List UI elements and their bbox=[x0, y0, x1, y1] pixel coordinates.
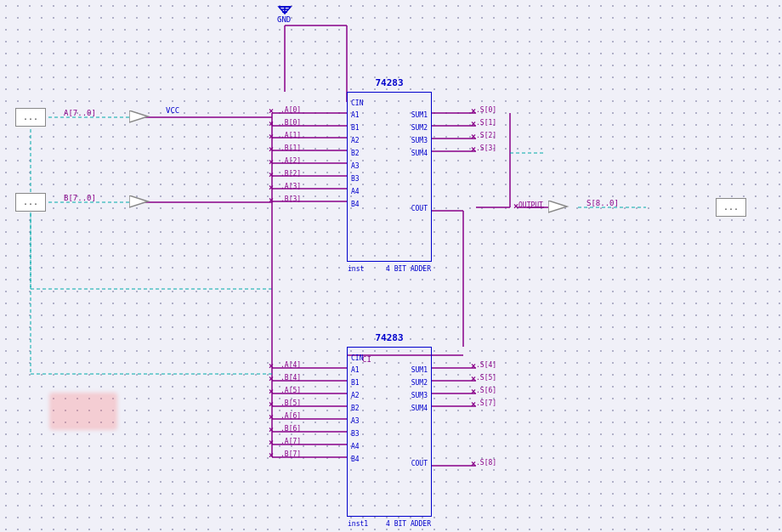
a-bus-label: A[7..0] bbox=[64, 109, 96, 117]
sig-a1: .A[1] bbox=[280, 132, 301, 139]
svg-marker-54 bbox=[129, 195, 148, 207]
chip2-b3: B3 bbox=[351, 430, 360, 438]
sig-b2: .B[2] bbox=[280, 170, 301, 178]
x-a6-left: × bbox=[269, 412, 274, 422]
vcc-label: VCC bbox=[166, 106, 179, 115]
sig-a7: .A[7] bbox=[280, 438, 301, 445]
sig-a6: .A[6] bbox=[280, 412, 301, 420]
chip2-b1: B1 bbox=[351, 379, 360, 387]
sig-s2: .S[2] bbox=[476, 132, 496, 139]
chip1-sublabel: 4 BIT ADDER bbox=[386, 265, 431, 273]
chip1-b2: B2 bbox=[351, 150, 360, 157]
chip1-a2: A2 bbox=[351, 137, 360, 144]
sig-a2: .A[2] bbox=[280, 157, 301, 165]
x-s7-right: × bbox=[471, 399, 476, 409]
chip2-sum1: SUM1 bbox=[411, 366, 428, 374]
sig-b4: .B[4] bbox=[280, 374, 301, 382]
chip1-cout: COUT bbox=[411, 205, 428, 212]
sig-s0: .S[0] bbox=[476, 106, 496, 114]
chip1-a1: A1 bbox=[351, 111, 360, 119]
b-ellipsis-box: ... bbox=[15, 193, 46, 212]
sig-s6: .S[6] bbox=[476, 387, 496, 394]
chip2-a1: A1 bbox=[351, 366, 360, 374]
svg-marker-55 bbox=[548, 201, 567, 212]
sig-s1: .S[1] bbox=[476, 119, 496, 127]
chip2-title: 74283 bbox=[348, 332, 431, 343]
chip2-a2: A2 bbox=[351, 392, 360, 399]
x-b5-left: × bbox=[269, 399, 274, 409]
x-a1-left: × bbox=[269, 132, 274, 141]
b-input-buffer bbox=[129, 195, 153, 209]
x-b4-left: × bbox=[269, 374, 274, 383]
chip2-sum4: SUM4 bbox=[411, 405, 428, 412]
x-s5-right: × bbox=[471, 374, 476, 383]
sig-b5: .B[5] bbox=[280, 399, 301, 407]
x-b7-left: × bbox=[269, 450, 274, 460]
sig-b0: .B[0] bbox=[280, 119, 301, 127]
a-input-buffer bbox=[129, 110, 153, 124]
s-ellipsis-box: ... bbox=[716, 198, 746, 217]
x-a7-left: × bbox=[269, 438, 274, 447]
sig-a3: .A[3] bbox=[280, 183, 301, 190]
selection-artifact bbox=[49, 393, 117, 430]
sig-b6: .B[6] bbox=[280, 425, 301, 433]
chip1-a3: A3 bbox=[351, 162, 360, 170]
chip1-cin: CIN bbox=[351, 99, 363, 107]
chip1-a4: A4 bbox=[351, 188, 360, 195]
x-s4-right: × bbox=[471, 361, 476, 371]
a-ellipsis-box: ... bbox=[15, 108, 46, 127]
sig-s5: .S[5] bbox=[476, 374, 496, 382]
x-b2-left: × bbox=[269, 170, 274, 179]
x-output: × bbox=[513, 201, 518, 211]
x-a5-left: × bbox=[269, 387, 274, 396]
x-s2-right: × bbox=[471, 132, 476, 141]
sig-b1: .B[1] bbox=[280, 144, 301, 152]
sig-s7: .S[7] bbox=[476, 399, 496, 407]
svg-marker-53 bbox=[129, 110, 148, 122]
ci-label: CI bbox=[362, 355, 371, 364]
chip2-inst: inst1 bbox=[348, 520, 368, 528]
chip2-b2: B2 bbox=[351, 405, 360, 412]
chip1-sum2: SUM2 bbox=[411, 124, 428, 132]
chip1-b1: B1 bbox=[351, 124, 360, 132]
x-b1-left: × bbox=[269, 144, 274, 154]
chip1-sum1: SUM1 bbox=[411, 111, 428, 119]
sig-s3: .S[3] bbox=[476, 144, 496, 152]
x-s8-right: × bbox=[471, 459, 476, 468]
x-a4-left: × bbox=[269, 361, 274, 371]
sig-s8: .S[8] bbox=[476, 459, 496, 467]
s-bus-label: S[8..0] bbox=[586, 199, 619, 207]
chip2-a3: A3 bbox=[351, 417, 360, 425]
gnd-label: GND bbox=[277, 15, 291, 24]
x-a0-left: × bbox=[269, 106, 274, 116]
x-a2-left: × bbox=[269, 157, 274, 167]
svg-marker-1 bbox=[279, 7, 291, 14]
chip2-box: 74283 CIN A1 B1 A2 B2 A3 B3 A4 B4 SUM1 S… bbox=[347, 347, 432, 517]
sig-b7: .B[7] bbox=[280, 450, 301, 458]
chip1-b4: B4 bbox=[351, 201, 360, 208]
output-label: OUTPUT bbox=[518, 201, 543, 209]
x-s0-right: × bbox=[471, 106, 476, 116]
chip2-sum3: SUM3 bbox=[411, 392, 428, 399]
chip1-b3: B3 bbox=[351, 175, 360, 183]
sig-a5: .A[5] bbox=[280, 387, 301, 394]
chip1-inst: inst bbox=[348, 265, 364, 273]
chip2-cout: COUT bbox=[411, 460, 428, 467]
x-b6-left: × bbox=[269, 425, 274, 434]
b-bus-label: B[7..0] bbox=[64, 194, 96, 202]
sig-s4: .S[4] bbox=[476, 361, 496, 369]
chip1-box: 74283 CIN A1 B1 A2 B2 A3 B3 A4 B4 SUM1 S… bbox=[347, 92, 432, 262]
chip1-title: 74283 bbox=[348, 77, 431, 88]
x-s3-right: × bbox=[471, 144, 476, 154]
sig-a0: .A[0] bbox=[280, 106, 301, 114]
x-s6-right: × bbox=[471, 387, 476, 396]
sig-a4: .A[4] bbox=[280, 361, 301, 369]
chip1-sum3: SUM3 bbox=[411, 137, 428, 144]
x-b0-left: × bbox=[269, 119, 274, 128]
chip2-b4: B4 bbox=[351, 456, 360, 463]
x-s1-right: × bbox=[471, 119, 476, 128]
chip2-sum2: SUM2 bbox=[411, 379, 428, 387]
chip2-sublabel: 4 BIT ADDER bbox=[386, 520, 431, 528]
x-b3-left: × bbox=[269, 195, 274, 205]
output-buffer bbox=[548, 201, 572, 214]
